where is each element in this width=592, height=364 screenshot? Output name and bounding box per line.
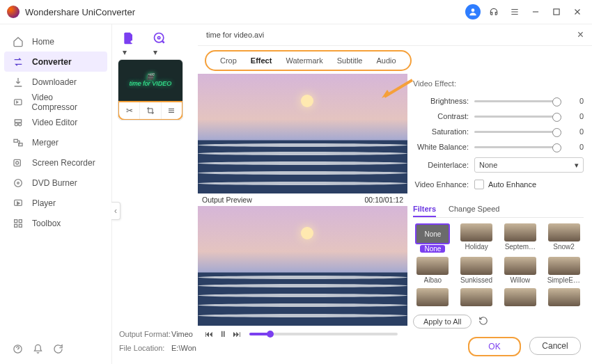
next-button[interactable]: ⏭ (230, 327, 244, 341)
brightness-slider[interactable] (474, 100, 561, 102)
feedback-icon[interactable] (53, 344, 63, 356)
prev-button[interactable]: ⏮ (202, 327, 216, 341)
thumb-text: 🎬time for VIDEO (130, 74, 172, 88)
nav-label: Home (32, 37, 54, 47)
tab-change-speed[interactable]: Change Speed (449, 202, 499, 217)
whitebalance-label: White Balance: (413, 143, 469, 151)
nav-converter[interactable]: Converter (4, 52, 107, 72)
help-icon[interactable] (13, 344, 23, 356)
tab-effect[interactable]: Effect (244, 54, 279, 68)
svg-rect-12 (15, 219, 17, 222)
nav-label: Converter (32, 57, 72, 67)
filter-holiday[interactable]: Holiday (457, 223, 497, 253)
contrast-slider[interactable] (474, 116, 561, 118)
ok-button[interactable]: OK (468, 337, 521, 356)
minimize-button[interactable] (528, 4, 543, 19)
tab-watermark[interactable]: Watermark (279, 54, 329, 68)
seek-bar[interactable] (249, 333, 398, 335)
tab-audio[interactable]: Audio (369, 54, 403, 68)
menu-icon[interactable] (507, 4, 522, 19)
svg-rect-7 (14, 159, 20, 166)
nav-compressor[interactable]: Video Compressor (0, 92, 111, 112)
svg-rect-14 (15, 224, 17, 227)
apply-to-all-button[interactable]: Apply to All (413, 315, 472, 329)
tab-subtitle[interactable]: Subtitle (330, 54, 370, 68)
svg-point-10 (17, 182, 20, 184)
nav-recorder[interactable]: Screen Recorder (0, 152, 111, 173)
filter-september[interactable]: Septem… (501, 223, 540, 253)
converter-icon (13, 56, 24, 68)
close-button[interactable] (570, 4, 585, 19)
filter-snow2[interactable]: Snow2 (544, 223, 584, 253)
filter-grid: NoneNone Holiday Septem… Snow2 Aibao Sun… (413, 223, 584, 308)
add-dvd-icon[interactable]: ▾ (153, 31, 166, 45)
nav-player[interactable]: Player (0, 193, 111, 213)
whitebalance-value: 0 (567, 143, 584, 151)
nav-toolbox[interactable]: Toolbox (0, 213, 111, 233)
nav-merger[interactable]: Merger (0, 132, 111, 152)
transport: ⏮ ⏸ ⏭ (198, 326, 407, 342)
nav-editor[interactable]: Video Editor (0, 112, 111, 132)
file-location-label: File Location: (119, 344, 171, 352)
maximize-button[interactable] (549, 4, 564, 19)
sidebar-footer (0, 335, 111, 364)
account-icon[interactable] (465, 4, 481, 19)
add-file-icon[interactable]: ▾ (122, 31, 136, 45)
crop-icon[interactable] (140, 102, 161, 119)
editor-close-button[interactable]: × (577, 29, 584, 41)
enhance-label: Video Enhance: (413, 180, 469, 189)
svg-point-0 (472, 8, 475, 12)
merger-icon (13, 137, 24, 148)
deinterlace-select[interactable]: None▾ (474, 157, 584, 173)
collapse-sidebar-button[interactable]: ‹ (111, 202, 120, 220)
deinterlace-label: Deinterlace: (413, 161, 469, 169)
editor-header: time for video.avi × (198, 24, 592, 46)
pause-button[interactable]: ⏸ (216, 327, 230, 341)
contrast-value: 0 (567, 112, 584, 120)
preview-label: Output Preview (202, 196, 252, 204)
filter-simpleel[interactable]: SimpleEl… (544, 257, 584, 284)
video-thumbnail: 🎬time for VIDEO (118, 60, 182, 102)
svg-point-17 (155, 33, 164, 42)
brightness-value: 0 (567, 97, 584, 105)
preview-time: 00:10/01:12 (365, 196, 403, 204)
filter-willow[interactable]: Willow (501, 257, 540, 284)
filter-aibao[interactable]: Aibao (413, 257, 453, 284)
filter-extra-2[interactable] (457, 288, 497, 308)
saturation-label: Saturation: (413, 127, 469, 136)
video-card[interactable]: 🎬time for VIDEO ✂ (118, 59, 183, 120)
reset-icon[interactable] (478, 316, 488, 327)
filter-sunkissed[interactable]: Sunkissed (457, 257, 497, 284)
nav-label: Player (32, 198, 56, 208)
auto-enhance-checkbox[interactable] (474, 180, 484, 189)
tab-filters[interactable]: Filters (413, 202, 436, 217)
cancel-button[interactable]: Cancel (529, 337, 581, 355)
support-icon[interactable] (486, 4, 501, 19)
nav-label: Video Editor (32, 118, 77, 127)
preview-column: Output Preview 00:10/01:12 ⏮ ⏸ ⏭ (198, 74, 407, 358)
trim-icon[interactable]: ✂ (119, 102, 140, 119)
bell-icon[interactable] (33, 344, 43, 356)
filter-tabs: Filters Change Speed (413, 202, 584, 218)
file-location-value[interactable]: E:\Won (171, 344, 196, 352)
nav-label: Merger (32, 138, 59, 148)
nav-label: Downloader (32, 77, 77, 87)
whitebalance-slider[interactable] (474, 146, 561, 148)
filter-extra-3[interactable] (501, 288, 540, 308)
svg-point-18 (158, 37, 160, 39)
filter-extra-4[interactable] (544, 288, 584, 308)
nav-home[interactable]: Home (0, 31, 111, 52)
output-format-value[interactable]: Vimeo (171, 330, 193, 338)
compress-icon (13, 97, 24, 108)
player-icon (13, 198, 24, 209)
controls-column: Video Effect: Brightness:0 Contrast:0 Sa… (407, 74, 592, 358)
nav-downloader[interactable]: Downloader (0, 72, 111, 92)
settings-icon[interactable] (162, 102, 182, 119)
tab-crop[interactable]: Crop (213, 54, 244, 68)
output-format-label: Output Format: (119, 330, 171, 338)
saturation-slider[interactable] (474, 131, 561, 133)
nav-dvd[interactable]: DVD Burner (0, 173, 111, 193)
toolbox-icon (13, 218, 24, 229)
filter-extra-1[interactable] (413, 288, 453, 308)
filter-none[interactable]: NoneNone (413, 223, 453, 253)
